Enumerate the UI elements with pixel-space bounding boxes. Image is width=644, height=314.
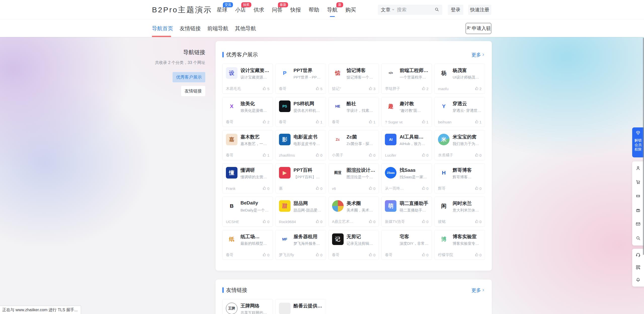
site-card[interactable]: HE酷社学设计，找素…春哥1: [329, 97, 379, 127]
site-card[interactable]: 美术圈美术圈，美术…A鼎立艺术…0: [329, 197, 379, 227]
like-button[interactable]: 5: [315, 86, 322, 91]
site-card[interactable]: MF服务器租用梦飞海外服务…梦飞云fly0: [275, 230, 326, 260]
rail-mail-button[interactable]: [632, 219, 644, 229]
like-button[interactable]: 0: [315, 186, 322, 191]
site-card[interactable]: 酷番云提供…: [275, 299, 326, 314]
site-card[interactable]: 杨杨茂富UI设计师杨茂…maofu2: [434, 64, 485, 94]
rail-headset-button[interactable]: [632, 250, 644, 260]
register-button[interactable]: 快速注册: [468, 5, 491, 15]
site-author: 春哥: [332, 253, 340, 257]
main-nav-item[interactable]: 问答最新: [272, 6, 283, 13]
site-card[interactable]: 惦惦记博客惦记博客一个…惦记°3: [329, 64, 379, 94]
search-category-dropdown[interactable]: 文章: [381, 7, 395, 13]
site-card[interactable]: ▶PPT百科【PPT百科】…嘉0: [275, 163, 326, 193]
main-nav-item[interactable]: 供求: [254, 6, 264, 13]
site-card[interactable]: 趣趣讨教“趣讨教”面…? Sugar νε1: [381, 97, 432, 127]
site-card[interactable]: 米米宝宝的窝我们致力于为…水煮橘子0: [434, 130, 485, 160]
like-button[interactable]: 0: [422, 253, 428, 257]
main-nav-item[interactable]: 帮助: [309, 6, 319, 13]
site-card[interactable]: X致美化致美化是漫锋…春哥2: [222, 97, 273, 127]
like-button[interactable]: 0: [262, 219, 269, 224]
site-card[interactable]: AIAI工具箱…AIHub，致力…Lucifer0: [381, 130, 432, 160]
apply-join-button[interactable]: 申请入驻: [466, 23, 491, 34]
like-button[interactable]: 1: [475, 120, 481, 124]
like-button[interactable]: 0: [422, 153, 428, 158]
like-button[interactable]: 0: [422, 186, 428, 191]
like-button[interactable]: 0: [475, 219, 481, 224]
like-button[interactable]: 1: [262, 153, 269, 158]
subnav-tab[interactable]: 导航首页: [152, 25, 173, 32]
subnav-tab[interactable]: 前端导航: [207, 25, 228, 32]
like-button[interactable]: 0: [262, 186, 269, 191]
subnav-tab[interactable]: 其他导航: [235, 25, 256, 32]
site-card[interactable]: 萌萌二直播助手萌二直播助手…新媒TV浩哥0: [381, 197, 432, 227]
like-button[interactable]: 2: [422, 86, 428, 91]
like-button[interactable]: 0: [369, 253, 375, 257]
site-card[interactable]: ZcZc菌Zc菌分享 - 探…小黑子0: [329, 130, 379, 160]
subnav-tab[interactable]: 友情链接: [180, 25, 201, 32]
site-card[interactable]: 嘉嘉木数艺嘉木数艺，一…春哥1: [222, 130, 273, 160]
rail-ticket-button[interactable]: [632, 191, 644, 201]
main-nav-item[interactable]: 快报: [290, 6, 301, 13]
site-card[interactable]: 图渲图渲拉设计…图渲拉是一个…v60: [329, 163, 379, 193]
like-button[interactable]: 0: [475, 253, 481, 257]
rail-cart-button[interactable]: [632, 177, 644, 187]
site-card[interactable]: H辉哥博客辉哥博客…辉哥0: [434, 163, 485, 193]
like-button[interactable]: 2: [475, 86, 481, 91]
site-card[interactable]: PSPS样机网提供名片样机…春哥1: [275, 97, 326, 127]
more-link[interactable]: 更多: [471, 52, 485, 58]
site-card[interactable]: 宅客深度DIY，非常…春哥0: [381, 230, 432, 260]
like-button[interactable]: 2: [262, 120, 269, 124]
site-card[interactable]: 懂懂调研懂调研的主营…Frank0: [222, 163, 273, 193]
site-card[interactable]: 王牌王牌网络共享互联网的…: [222, 299, 273, 314]
site-card[interactable]: 设设计宝藏资…设计宝藏资源…木易毛毛5: [222, 64, 273, 94]
like-button[interactable]: 1: [315, 120, 322, 124]
more-link[interactable]: 更多: [471, 287, 485, 294]
main-nav-item[interactable]: 购买: [345, 6, 356, 13]
site-card[interactable]: Y穿透云穿透云- 穿透世…beihuan1: [434, 97, 485, 127]
rail-gift-button[interactable]: [632, 205, 644, 216]
rail-user-button[interactable]: [632, 163, 644, 173]
main-nav-item[interactable]: 小店抽奖: [235, 6, 246, 13]
rail-search-button[interactable]: [632, 233, 644, 243]
like-button[interactable]: 1: [422, 120, 428, 124]
site-card[interactable]: BBeDailyBeDaily是一个…UCSHE0: [222, 197, 273, 227]
like-button[interactable]: 0: [315, 253, 322, 257]
site-card[interactable]: 记无剪记记录无法剪辑…春哥0: [329, 230, 379, 260]
like-button[interactable]: 0: [369, 153, 375, 158]
site-logo[interactable]: B2Pro主题演示: [152, 0, 212, 20]
rail-bell-button[interactable]: [632, 275, 644, 285]
sidebar-category-item[interactable]: 优秀客户展示: [173, 72, 205, 82]
unlock-vip-button[interactable]: 解锁会员权限: [632, 127, 644, 157]
like-button[interactable]: 0: [315, 153, 322, 158]
site-card[interactable]: ZSaas找Saas找Saas是一家…从一而终…0: [381, 163, 432, 193]
like-button[interactable]: 5: [262, 86, 269, 91]
search-icon[interactable]: [434, 7, 439, 13]
site-card[interactable]: 甜甜品网甜品网-甜品爱…Rock96840: [275, 197, 326, 227]
search-input[interactable]: [397, 7, 432, 13]
main-nav-item[interactable]: 导航新: [327, 6, 338, 13]
like-button[interactable]: 0: [475, 186, 481, 191]
login-button[interactable]: 登录: [448, 5, 463, 15]
like-button[interactable]: 0: [475, 153, 481, 158]
card-footer: v60: [332, 186, 376, 191]
like-button[interactable]: 0: [315, 219, 322, 224]
site-card[interactable]: 博博客实验室博客实验室专…柠檬学院0: [434, 230, 485, 260]
site-card[interactable]: 纸纸工场…最新的纸模型…春哥0: [222, 230, 273, 260]
like-button[interactable]: 0: [369, 186, 375, 191]
like-button[interactable]: 1: [369, 120, 375, 124]
gem-icon: [635, 130, 641, 136]
like-button[interactable]: 3: [369, 86, 375, 91]
site-card[interactable]: PPPT世界PPT世界 - PPT…春哥5: [275, 64, 326, 94]
main-nav-item[interactable]: 星球交流: [217, 6, 227, 13]
site-card[interactable]: 闲闲时米兰意大利米兰休…彼铭0: [434, 197, 485, 227]
rail-qrcode-button[interactable]: [632, 263, 644, 273]
like-button[interactable]: 0: [369, 219, 375, 224]
like-button[interactable]: 0: [262, 253, 269, 257]
site-card[interactable]: </>前端工程师…一个苦逼程序…李哒胖子2: [381, 64, 432, 94]
site-card[interactable]: 影电影蓝皮书电影蓝皮书专…zhaofilms0: [275, 130, 326, 160]
sidebar-category-item[interactable]: 友情链接: [181, 86, 205, 96]
like-button[interactable]: 0: [422, 219, 428, 224]
like-count: 0: [320, 253, 322, 257]
scrollbar-thumb[interactable]: [643, 38, 644, 255]
